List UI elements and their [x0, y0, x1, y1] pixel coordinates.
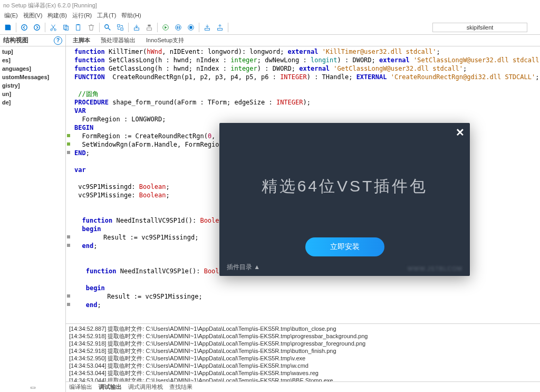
toolbar [0, 20, 540, 35]
svg-point-3 [54, 28, 56, 31]
svg-rect-12 [147, 27, 152, 30]
stop-compile-icon[interactable] [143, 22, 155, 33]
sidebar-title: 结构视图 [3, 36, 28, 45]
svg-point-2 [51, 28, 53, 31]
code-line[interactable]: function SetClassLong(h : hwnd; nIndex :… [74, 56, 540, 64]
save-icon[interactable] [2, 22, 14, 33]
log-line: [14:34:53.044] 提取临时文件: C:\Users\ADMINI~1… [69, 377, 537, 381]
svg-rect-7 [77, 24, 79, 25]
btab-find[interactable]: 查找结果 [169, 383, 192, 391]
menu-edit[interactable]: 编(E) [2, 12, 20, 20]
svg-point-1 [34, 24, 40, 30]
sidebar: 结构视图 ? tup]es]anguages]ustomMessages]gis… [0, 35, 66, 392]
svg-rect-9 [118, 24, 120, 26]
log-line: [14:34:52.918] 提取临时文件: C:\Users\ADMINI~1… [69, 340, 537, 347]
copy-icon[interactable] [60, 22, 72, 33]
svg-point-0 [22, 24, 27, 30]
svg-rect-13 [148, 24, 150, 26]
tab-main-script[interactable]: 主脚本 [68, 35, 95, 46]
svg-rect-19 [218, 28, 223, 30]
menu-view[interactable]: 视图(V) [21, 12, 45, 20]
installer-dialog: ✕ 精选64位VST插件包 立即安装 插件目录 ▲ WWW.JSTBLCOM [219, 123, 470, 276]
code-line[interactable]: //圆角 [74, 90, 540, 98]
search-input[interactable] [432, 23, 527, 32]
log-line: [14:34:52.950] 提取临时文件: C:\Users\ADMINI~1… [69, 355, 537, 362]
code-line[interactable]: end; [74, 301, 540, 309]
code-line[interactable]: FUNCTION CreateRoundRectRgn(p1, p2, p3, … [74, 73, 540, 81]
tab-inno-support[interactable]: InnoSetup支持 [141, 35, 189, 46]
svg-point-8 [105, 24, 109, 28]
bottom-tabs: 编译输出 调试输出 调式调用堆栈 查找结果 [66, 381, 540, 392]
code-line[interactable] [74, 275, 540, 284]
svg-point-15 [176, 24, 181, 30]
menu-help[interactable]: 帮助(H) [119, 12, 143, 20]
code-line[interactable] [74, 81, 540, 90]
close-icon[interactable]: ✕ [456, 126, 465, 139]
pause-icon[interactable] [172, 22, 184, 33]
step-into-icon[interactable] [201, 22, 213, 33]
log-line: [14:34:53.044] 提取临时文件: C:\Users\ADMINI~1… [69, 369, 537, 377]
svg-rect-6 [76, 24, 80, 30]
log-line: [14:34:52.918] 提取临时文件: C:\Users\ADMINI~1… [69, 347, 537, 355]
tree-item[interactable]: de] [2, 98, 63, 107]
editor-tabs: 主脚本 预处理器输出 InnoSetup支持 [66, 35, 540, 46]
tab-preprocessor[interactable]: 预处理器输出 [96, 35, 140, 46]
btab-compile[interactable]: 编译输出 [69, 383, 92, 391]
stop-icon[interactable] [185, 22, 197, 33]
search-icon[interactable] [102, 22, 113, 33]
btab-callstack[interactable]: 调式调用堆栈 [128, 383, 163, 391]
svg-rect-18 [205, 28, 210, 30]
run-icon[interactable] [160, 22, 171, 33]
menu-run[interactable]: 运行(R) [70, 12, 94, 20]
tree-item[interactable]: un] [2, 90, 63, 98]
help-icon[interactable]: ? [54, 36, 62, 45]
log-line: [14:34:52.918] 提取临时文件: C:\Users\ADMINI~1… [69, 332, 537, 340]
cut-icon[interactable] [47, 22, 59, 33]
footer-hint: «» [0, 385, 66, 392]
paste-icon[interactable] [73, 22, 84, 33]
tree-item[interactable]: ustomMessages] [2, 73, 63, 81]
tree-item[interactable]: es] [2, 56, 63, 64]
output-log[interactable]: [14:34:52.887] 提取临时文件: C:\Users\ADMINI~1… [66, 324, 540, 381]
code-line[interactable]: FormRegion : LONGWORD; [74, 115, 540, 123]
back-icon[interactable] [18, 22, 30, 33]
replace-icon[interactable] [114, 22, 126, 33]
code-line[interactable]: begin [74, 284, 540, 292]
code-line[interactable]: function GetClassLong(h : hwnd; nIndex :… [74, 64, 540, 73]
menu-build[interactable]: 构建(B) [45, 12, 69, 20]
log-line: [14:34:52.887] 提取临时文件: C:\Users\ADMINI~1… [69, 325, 537, 332]
svg-rect-10 [121, 27, 123, 30]
tree-item[interactable]: tup] [2, 47, 63, 56]
tree-item[interactable]: anguages] [2, 64, 63, 73]
code-line[interactable] [74, 309, 540, 318]
log-line: [14:34:53.044] 提取临时文件: C:\Users\ADMINI~1… [69, 362, 537, 369]
code-line[interactable]: VAR [74, 107, 540, 115]
btab-debug[interactable]: 调试输出 [99, 383, 122, 391]
dialog-title: 精选64位VST插件包 [219, 176, 470, 197]
code-line[interactable]: Result := vc9SP1Missinge; [74, 292, 540, 301]
menu-bar: 编(E) 视图(V) 构建(B) 运行(R) 工具(T) 帮助(H) [0, 11, 540, 20]
code-line[interactable]: function KillTimer(hWnd, nIDEvent: longw… [74, 47, 540, 56]
brand-label: WWW.JSTBLCOM [408, 265, 462, 272]
code-line[interactable]: PROCEDURE shape_form_round(aForm : TForm… [74, 98, 540, 107]
step-out-icon[interactable] [214, 22, 226, 33]
tree-item[interactable]: gistry] [2, 81, 63, 90]
tree-view[interactable]: tup]es]anguages]ustomMessages]gistry]un]… [0, 46, 65, 392]
title-bar: no Setup 编译器(Ex) 6.2.0 [Running] [0, 0, 540, 11]
forward-icon[interactable] [31, 22, 43, 33]
install-button[interactable]: 立即安装 [305, 237, 384, 256]
delete-icon[interactable] [85, 22, 97, 33]
plugin-dir-link[interactable]: 插件目录 ▲ [227, 263, 260, 272]
svg-rect-17 [189, 26, 192, 28]
menu-tools[interactable]: 工具(T) [95, 12, 118, 20]
svg-rect-11 [134, 27, 139, 30]
code-line[interactable] [74, 318, 540, 323]
compile-icon[interactable] [131, 22, 142, 33]
